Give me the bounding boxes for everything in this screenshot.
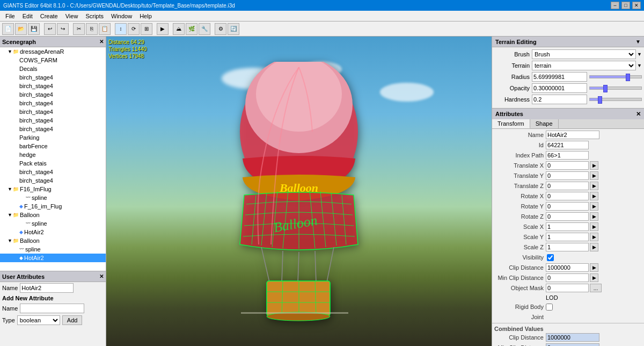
attr-sz-field[interactable] xyxy=(546,243,589,251)
tree-item[interactable]: COWS_FARM xyxy=(0,56,106,64)
attr-clip-arrow[interactable]: ▶ xyxy=(590,263,598,272)
scenegraph-close[interactable]: ✕ xyxy=(99,39,104,45)
attr-mask-dots[interactable]: ... xyxy=(590,284,602,292)
menu-view[interactable]: View xyxy=(62,12,82,20)
attr-sz-arrow[interactable]: ▶ xyxy=(590,243,598,251)
attr-index-field[interactable] xyxy=(546,151,589,160)
maximize-button[interactable]: □ xyxy=(621,2,630,9)
toolbar-terrain3[interactable]: 🔧 xyxy=(199,23,210,35)
attr-ty-field[interactable] xyxy=(546,171,589,180)
menu-window[interactable]: Window xyxy=(108,12,135,20)
terrain-expand-icon[interactable]: ▼ xyxy=(635,39,641,45)
hardness-slider-thumb[interactable] xyxy=(598,96,602,104)
toolbar-terrain1[interactable]: ⛰ xyxy=(173,23,185,35)
opacity-slider-thumb[interactable] xyxy=(603,85,608,92)
toolbar-paste[interactable]: 📋 xyxy=(99,23,111,35)
minimize-button[interactable]: – xyxy=(611,2,619,9)
opacity-slider-track[interactable] xyxy=(589,86,642,90)
tree-item[interactable]: 〰 spline xyxy=(0,193,106,202)
tree-item-selected[interactable]: ◆ HotAir2 xyxy=(0,254,106,262)
toolbar-translate[interactable]: ↕ xyxy=(115,23,127,35)
close-button[interactable]: ✕ xyxy=(632,2,641,9)
attr-ry-field[interactable] xyxy=(546,202,589,211)
toolbar-undo[interactable]: ↩ xyxy=(44,23,56,35)
hardness-input[interactable] xyxy=(532,95,587,104)
toolbar-save[interactable]: 💾 xyxy=(28,23,40,35)
attr-clip-field[interactable] xyxy=(546,263,589,272)
tree-item[interactable]: birch_stage4 xyxy=(0,82,106,90)
toolbar-new[interactable]: 📄 xyxy=(2,23,14,35)
toolbar-scale[interactable]: ⊞ xyxy=(141,23,152,35)
attr-ty-arrow[interactable]: ▶ xyxy=(590,171,598,180)
rigid-body-check[interactable] xyxy=(546,304,553,311)
tree-item[interactable]: birch_stage4 xyxy=(0,168,106,176)
tree-item[interactable]: birch_stage4 xyxy=(0,176,106,185)
opacity-input[interactable] xyxy=(532,83,587,93)
menu-file[interactable]: File xyxy=(2,12,18,20)
attr-mask-field[interactable] xyxy=(546,284,589,292)
attr-visibility-check[interactable] xyxy=(547,254,554,261)
combined-minclip-field[interactable] xyxy=(546,343,599,346)
tree-item[interactable]: ▼ 📁 dressageArenaR xyxy=(0,47,106,56)
toolbar-cut[interactable]: ✂ xyxy=(73,23,85,35)
attr-tx-arrow[interactable]: ▶ xyxy=(590,161,598,170)
tree-item[interactable]: birch_stage4 xyxy=(0,90,106,99)
add-name-input[interactable] xyxy=(20,304,84,313)
toolbar-terrain2[interactable]: 🌿 xyxy=(186,23,197,35)
hardness-slider-track[interactable] xyxy=(589,98,642,101)
radius-input[interactable] xyxy=(532,72,587,82)
tree-item[interactable]: Parking xyxy=(0,133,106,142)
user-attr-close[interactable]: ✕ xyxy=(99,273,104,279)
menu-create[interactable]: Create xyxy=(37,12,61,20)
tree-item[interactable]: ▼ 📁 Balloon xyxy=(0,211,106,219)
toolbar-rotate[interactable]: ⟳ xyxy=(128,23,140,35)
attr-rx-arrow[interactable]: ▶ xyxy=(590,192,598,200)
terrain-expand-icon[interactable]: ▼ xyxy=(637,63,642,68)
attr-minclip-field[interactable] xyxy=(546,273,589,282)
tree-item[interactable]: Pack etais xyxy=(0,159,106,168)
menu-help[interactable]: Help xyxy=(136,12,155,20)
toolbar-play[interactable]: ▶ xyxy=(157,23,169,35)
viewport[interactable]: Distance 64.29 Triangles 11440 Vertices … xyxy=(106,37,492,346)
add-type-select[interactable]: boolean integer float string xyxy=(17,315,60,325)
tree-item[interactable]: ▼ 📁 F16_ImFlug xyxy=(0,185,106,193)
brush-select[interactable]: Brush xyxy=(532,49,636,59)
tree-item[interactable]: 〰 spline xyxy=(0,219,106,228)
attr-id-field[interactable] xyxy=(546,141,589,149)
toolbar-redo[interactable]: ↪ xyxy=(57,23,69,35)
attr-tz-arrow[interactable]: ▶ xyxy=(590,182,598,190)
terrain-type-select[interactable]: terrain xyxy=(532,61,636,70)
scenegraph-tree[interactable]: ▼ 📁 dressageArenaR COWS_FARM Decals birc… xyxy=(0,47,106,271)
tab-shape[interactable]: Shape xyxy=(530,119,559,128)
tree-item[interactable]: hedge xyxy=(0,150,106,159)
tree-item[interactable]: birch_stage4 xyxy=(0,107,106,116)
tree-item[interactable]: ◆ F_16_im_Flug xyxy=(0,202,106,211)
toolbar-refresh[interactable]: 🔄 xyxy=(228,23,239,35)
attr-tx-field[interactable] xyxy=(546,161,589,170)
attr-rz-field[interactable] xyxy=(546,212,589,221)
tree-item[interactable]: birch_stage4 xyxy=(0,99,106,107)
radius-slider-track[interactable] xyxy=(589,75,642,78)
tree-item[interactable]: birch_stage4 xyxy=(0,125,106,133)
tree-item[interactable]: 〰 spline xyxy=(0,245,106,254)
radius-slider-thumb[interactable] xyxy=(626,74,630,81)
attr-rz-arrow[interactable]: ▶ xyxy=(590,212,598,221)
attr-tz-field[interactable] xyxy=(546,182,589,190)
toolbar-open[interactable]: 📂 xyxy=(15,23,27,35)
toolbar-copy[interactable]: ⎘ xyxy=(86,23,98,35)
attr-name-input[interactable] xyxy=(20,283,74,293)
tree-item[interactable]: ◆ HotAir2 xyxy=(0,228,106,236)
combined-clip-field[interactable] xyxy=(546,333,599,342)
attr-sy-field[interactable] xyxy=(546,233,589,241)
tab-transform[interactable]: Transform xyxy=(492,119,530,128)
menu-edit[interactable]: Edit xyxy=(19,12,36,20)
tree-item[interactable]: ▼ 📁 Balloon xyxy=(0,236,106,245)
attr-minclip-arrow[interactable]: ▶ xyxy=(590,273,598,282)
brush-expand-icon[interactable]: ▼ xyxy=(637,52,642,57)
tree-item[interactable]: barbFence xyxy=(0,142,106,150)
menu-scripts[interactable]: Scripts xyxy=(82,12,107,20)
attr-sx-arrow[interactable]: ▶ xyxy=(590,222,598,231)
attr-ry-arrow[interactable]: ▶ xyxy=(590,202,598,211)
attr-rx-field[interactable] xyxy=(546,192,589,200)
attr-sx-field[interactable] xyxy=(546,222,589,231)
